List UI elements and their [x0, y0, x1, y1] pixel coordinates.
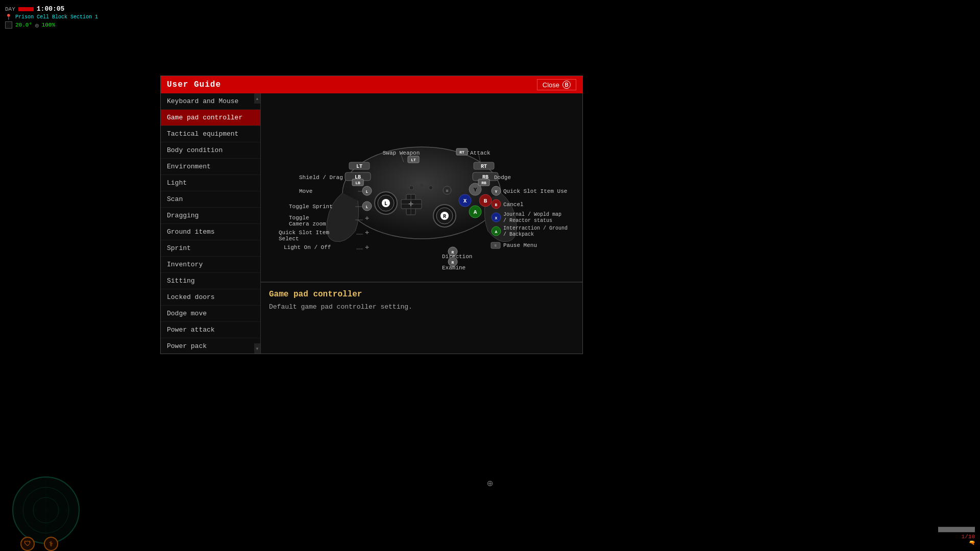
svg-text:RB: RB — [481, 181, 486, 185]
sidebar-label: Light — [167, 179, 187, 187]
svg-text:Toggle Sprint: Toggle Sprint — [289, 204, 333, 210]
sidebar-item-sitting[interactable]: Sitting — [161, 273, 260, 289]
svg-text:L: L — [366, 205, 369, 209]
location-icon: 📍 — [5, 14, 12, 20]
sidebar-item-scan[interactable]: Scan — [161, 191, 260, 208]
sidebar-label: Sprint — [167, 244, 191, 252]
sidebar-item-locked-doors[interactable]: Locked doors — [161, 289, 260, 306]
crosshair: ⊕ — [487, 477, 493, 490]
sidebar-item-dragging[interactable]: Dragging — [161, 208, 260, 224]
sidebar-label: Keyboard and Mouse — [167, 97, 238, 105]
close-button[interactable]: Close B — [537, 79, 576, 90]
svg-text:Camera zoom: Camera zoom — [289, 221, 326, 227]
svg-text:Toggle: Toggle — [289, 215, 309, 221]
svg-text:/ Backpack: / Backpack — [503, 232, 534, 237]
controller-svg-wrapper: L R ✛ — [261, 93, 582, 282]
svg-text:Quick Slot Item: Quick Slot Item — [279, 230, 329, 236]
sidebar-label: Scan — [167, 195, 183, 203]
svg-text:L: L — [366, 189, 369, 194]
user-guide-dialog: User Guide Close B ▲ Keyboard and Mouse … — [160, 76, 583, 354]
hud-temp: 20.0° — [15, 22, 32, 28]
hud-bottom-left: 🛡 ⚕ — [10, 474, 82, 546]
sidebar-label: Locked doors — [167, 293, 215, 301]
svg-point-24 — [409, 186, 413, 190]
sidebar-item-dodge-move[interactable]: Dodge move — [161, 306, 260, 322]
svg-text:R: R — [443, 214, 446, 219]
svg-text:Examine: Examine — [442, 265, 465, 271]
svg-text:R: R — [452, 260, 454, 265]
sidebar-label: Inventory — [167, 261, 203, 268]
svg-text:Move: Move — [299, 188, 312, 194]
svg-text:Y: Y — [495, 189, 498, 194]
svg-text:B: B — [495, 203, 498, 207]
svg-text:Quick Slot Item Use: Quick Slot Item Use — [503, 188, 567, 194]
sidebar-label: Power pack — [167, 342, 207, 350]
svg-point-25 — [420, 184, 423, 187]
hud-health-count: 1/10 — [938, 534, 975, 540]
svg-text:L: L — [384, 201, 387, 207]
hud-day-label: DAY — [5, 6, 15, 12]
sidebar-item-sprint[interactable]: Sprint — [161, 240, 260, 257]
sidebar-item-power-attack[interactable]: Power attack — [161, 322, 260, 338]
svg-text:Shield / Drag: Shield / Drag — [299, 174, 343, 181]
scroll-bottom-arrow[interactable]: ▼ — [254, 343, 260, 354]
sidebar-item-keyboard-mouse[interactable]: Keyboard and Mouse — [161, 93, 260, 110]
svg-text:Select: Select — [279, 236, 299, 242]
sidebar-item-tactical-equipment[interactable]: Tactical equipment — [161, 126, 260, 142]
hud-weapon-icon: 🔫 — [938, 540, 975, 546]
sidebar-item-environment[interactable]: Environment — [161, 159, 260, 175]
svg-text:LT: LT — [356, 164, 362, 169]
sidebar-label: Game pad controller — [167, 114, 242, 121]
svg-text:✛: ✛ — [365, 229, 369, 236]
sidebar-label: Dragging — [167, 212, 199, 219]
svg-text:X: X — [495, 216, 498, 220]
content-area: L R ✛ — [261, 93, 582, 354]
hud-icon-shield: 🛡 — [20, 537, 35, 551]
svg-text:Pause Menu: Pause Menu — [503, 242, 537, 248]
description-title: Game pad controller — [269, 290, 574, 299]
sidebar-label: Sitting — [167, 277, 195, 285]
svg-text:LT: LT — [411, 158, 416, 162]
hud-timer: 1:00:05 — [37, 5, 65, 13]
hud-icon-sq — [5, 21, 12, 29]
svg-text:≡: ≡ — [495, 243, 497, 248]
sidebar-item-light[interactable]: Light — [161, 175, 260, 191]
svg-text:✛: ✛ — [408, 199, 413, 209]
sidebar-label: Body condition — [167, 146, 223, 154]
svg-text:X: X — [463, 198, 467, 204]
sidebar-item-inventory[interactable]: Inventory — [161, 257, 260, 273]
hud-red-bar — [18, 7, 34, 11]
sidebar-item-body-condition[interactable]: Body condition — [161, 142, 260, 159]
svg-text:Cancel: Cancel — [503, 202, 524, 208]
svg-text:/ Reactor status: / Reactor status — [503, 218, 552, 223]
hud-topleft: DAY 1:00:05 📍 Prison Cell Block Section … — [5, 5, 98, 30]
hud-location: Prison Cell Block Section 1 — [15, 14, 98, 20]
svg-text:Y: Y — [474, 187, 477, 193]
svg-text:A: A — [474, 209, 477, 215]
svg-text:✛: ✛ — [365, 244, 369, 251]
svg-text:Dodge: Dodge — [494, 174, 511, 181]
svg-point-26 — [429, 186, 433, 190]
svg-text:Light On / Off: Light On / Off — [284, 244, 331, 251]
sidebar-label: Power attack — [167, 326, 215, 334]
controller-diagram: L R ✛ — [261, 93, 582, 282]
dialog-title: User Guide — [167, 80, 221, 89]
hud-health-icon: ◎ — [35, 22, 39, 29]
svg-text:≡: ≡ — [446, 189, 448, 194]
scroll-top-arrow[interactable]: ▲ — [254, 93, 260, 104]
dialog-body: ▲ Keyboard and Mouse Game pad controller… — [161, 93, 582, 354]
svg-text:✛: ✛ — [365, 215, 369, 222]
description-area: Game pad controller Default game pad con… — [261, 282, 582, 354]
dialog-title-bar: User Guide Close B — [161, 76, 582, 93]
sidebar-label: Tactical equipment — [167, 130, 238, 138]
sidebar-item-power-pack[interactable]: Power pack — [161, 338, 260, 354]
sidebar-label: Dodge move — [167, 310, 207, 317]
sidebar-item-gamepad-controller[interactable]: Game pad controller — [161, 110, 260, 126]
svg-text:RT: RT — [481, 164, 487, 169]
description-text: Default game pad controller setting. — [269, 303, 574, 311]
svg-text:RT: RT — [459, 150, 464, 155]
sidebar-item-ground-items[interactable]: Ground items — [161, 224, 260, 240]
svg-text:Direction: Direction — [442, 254, 472, 260]
sidebar-label: Ground items — [167, 228, 215, 236]
close-label: Close — [543, 81, 559, 89]
